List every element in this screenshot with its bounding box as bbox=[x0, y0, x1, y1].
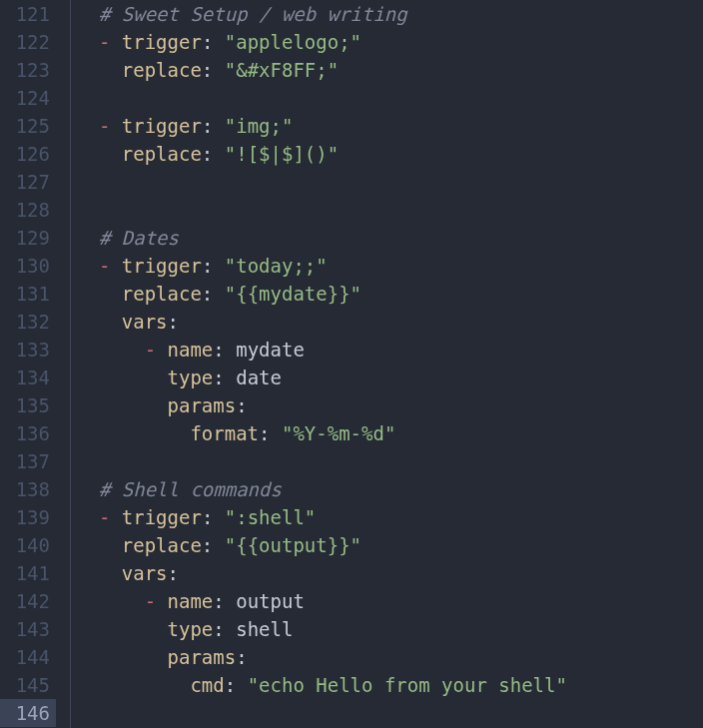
code-line[interactable]: params: bbox=[76, 643, 703, 671]
line-number: 129 bbox=[0, 224, 56, 252]
code-line[interactable]: type: shell bbox=[76, 615, 703, 643]
code-line[interactable]: replace: "![$|$]()" bbox=[76, 140, 703, 168]
line-number: 132 bbox=[0, 308, 56, 336]
line-number: 137 bbox=[0, 447, 56, 475]
line-number: 144 bbox=[0, 643, 56, 671]
line-number: 138 bbox=[0, 475, 56, 503]
code-line[interactable]: type: date bbox=[76, 364, 703, 391]
line-number: 125 bbox=[0, 112, 56, 140]
code-line[interactable]: # Dates bbox=[76, 224, 703, 252]
code-editor[interactable]: 1211221231241251261271281291301311321331… bbox=[0, 0, 703, 728]
code-line[interactable]: replace: "{{mydate}}" bbox=[76, 280, 703, 308]
code-line[interactable]: replace: "{{output}}" bbox=[76, 531, 703, 559]
line-number: 146 bbox=[0, 699, 56, 727]
line-number: 127 bbox=[0, 168, 56, 196]
code-line[interactable]: params: bbox=[76, 391, 703, 419]
line-number: 122 bbox=[0, 28, 56, 56]
code-line[interactable]: vars: bbox=[76, 559, 703, 587]
line-number: 130 bbox=[0, 252, 56, 280]
code-line[interactable] bbox=[76, 84, 703, 112]
code-line[interactable]: - trigger: "applelogo;" bbox=[76, 28, 703, 56]
line-number: 121 bbox=[0, 0, 56, 28]
line-number: 145 bbox=[0, 671, 56, 699]
line-number: 124 bbox=[0, 84, 56, 112]
line-number: 134 bbox=[0, 364, 56, 391]
code-line[interactable] bbox=[76, 168, 703, 196]
line-number: 136 bbox=[0, 419, 56, 447]
code-line[interactable]: - trigger: "img;" bbox=[76, 112, 703, 140]
code-line[interactable]: - trigger: "today;;" bbox=[76, 252, 703, 280]
line-number: 128 bbox=[0, 196, 56, 224]
line-number: 133 bbox=[0, 336, 56, 364]
code-line[interactable]: format: "%Y-%m-%d" bbox=[76, 419, 703, 447]
code-area[interactable]: # Sweet Setup / web writing - trigger: "… bbox=[62, 0, 703, 728]
code-line[interactable]: - name: mydate bbox=[76, 336, 703, 364]
code-line[interactable]: - trigger: ":shell" bbox=[76, 503, 703, 531]
code-line[interactable]: # Sweet Setup / web writing bbox=[76, 0, 703, 28]
line-number: 141 bbox=[0, 559, 56, 587]
code-line[interactable]: cmd: "echo Hello from your shell" bbox=[76, 671, 703, 699]
line-number: 143 bbox=[0, 615, 56, 643]
code-line[interactable] bbox=[76, 196, 703, 224]
line-number: 140 bbox=[0, 531, 56, 559]
code-line[interactable]: # Shell commands bbox=[76, 475, 703, 503]
line-number: 139 bbox=[0, 503, 56, 531]
code-line[interactable]: vars: bbox=[76, 308, 703, 336]
code-line[interactable] bbox=[76, 699, 703, 727]
indent-ruler bbox=[70, 0, 71, 728]
line-number: 126 bbox=[0, 140, 56, 168]
line-number-gutter: 1211221231241251261271281291301311321331… bbox=[0, 0, 62, 728]
line-number: 123 bbox=[0, 56, 56, 84]
code-line[interactable]: replace: "&#xF8FF;" bbox=[76, 56, 703, 84]
code-line[interactable] bbox=[76, 447, 703, 475]
line-number: 131 bbox=[0, 280, 56, 308]
line-number: 142 bbox=[0, 587, 56, 615]
line-number: 135 bbox=[0, 391, 56, 419]
code-line[interactable]: - name: output bbox=[76, 587, 703, 615]
